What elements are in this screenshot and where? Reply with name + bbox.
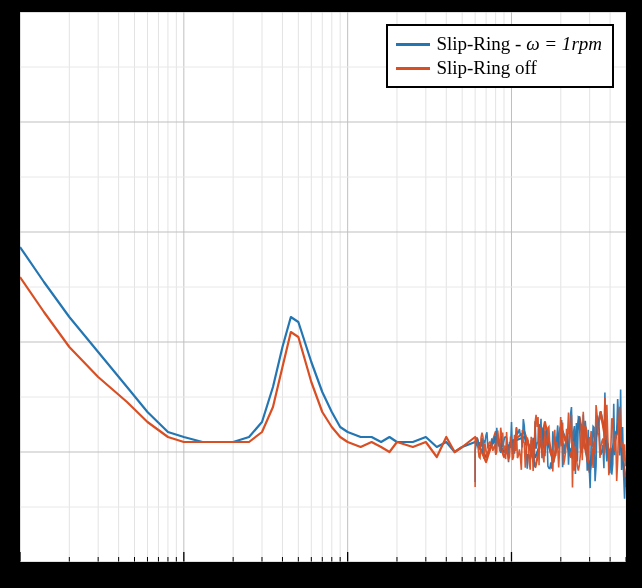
legend-label-2: Slip-Ring off bbox=[436, 56, 536, 80]
chart-canvas bbox=[20, 12, 626, 562]
legend-item-1: Slip-Ring - ω = 1rpm bbox=[396, 32, 602, 56]
legend-swatch-orange bbox=[396, 67, 430, 70]
plot-area: Slip-Ring - ω = 1rpm Slip-Ring off bbox=[18, 10, 628, 564]
legend: Slip-Ring - ω = 1rpm Slip-Ring off bbox=[386, 24, 614, 88]
chart-frame: Slip-Ring - ω = 1rpm Slip-Ring off bbox=[0, 0, 642, 588]
legend-item-2: Slip-Ring off bbox=[396, 56, 602, 80]
legend-swatch-blue bbox=[396, 43, 430, 46]
legend-label-1: Slip-Ring - ω = 1rpm bbox=[436, 32, 602, 56]
